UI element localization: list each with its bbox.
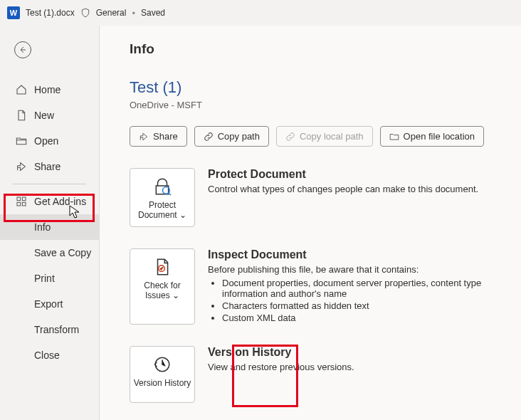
home-icon xyxy=(16,84,27,95)
word-logo: W xyxy=(7,6,20,19)
svg-rect-0 xyxy=(17,197,21,201)
folder-icon xyxy=(389,132,399,142)
action-row: Share Copy path Copy local path Open fil… xyxy=(130,126,521,147)
block-desc: Before publishing this file, be aware th… xyxy=(208,264,514,275)
block-desc: Control what types of changes people can… xyxy=(208,184,478,194)
back-button[interactable] xyxy=(14,41,31,58)
arrow-left-icon xyxy=(19,46,27,54)
sidebar-item-label: Open xyxy=(34,135,58,147)
svg-rect-1 xyxy=(22,197,26,201)
copy-path-button[interactable]: Copy path xyxy=(194,126,269,147)
block-desc: View and restore previous versions. xyxy=(208,362,354,372)
sidebar-item-label: Save a Copy xyxy=(34,247,91,258)
sidebar-separator xyxy=(13,184,86,184)
sidebar-item-label: Export xyxy=(34,298,63,310)
sidebar-item-new[interactable]: New xyxy=(0,103,99,128)
sidebar-item-addins[interactable]: Get Add-ins xyxy=(0,189,99,214)
tile-label: Protect Document xyxy=(138,200,177,220)
svg-rect-2 xyxy=(17,202,21,206)
sidebar-item-open[interactable]: Open xyxy=(0,128,99,154)
titlebar-sensitivity: General xyxy=(96,8,127,18)
sidebar-item-close[interactable]: Close xyxy=(0,342,99,368)
copy-local-path-button: Copy local path xyxy=(276,126,373,147)
inspect-list: Document properties, document server pro… xyxy=(222,278,521,323)
shield-icon xyxy=(80,8,90,18)
share-icon xyxy=(139,132,149,142)
link-icon xyxy=(285,132,295,142)
sidebar-item-label: Share xyxy=(34,161,60,172)
share-icon xyxy=(16,161,27,172)
page-title: Info xyxy=(130,41,521,57)
svg-rect-3 xyxy=(22,202,26,206)
share-button[interactable]: Share xyxy=(130,126,187,147)
doc-location: OneDrive - MSFT xyxy=(130,100,521,110)
info-pane: Info Test (1) OneDrive - MSFT Share Copy… xyxy=(100,26,521,420)
sidebar-item-label: New xyxy=(34,110,54,121)
chevron-down-icon: ⌄ xyxy=(177,210,186,220)
folder-open-icon xyxy=(16,135,27,147)
tile-label: Version History xyxy=(134,378,191,388)
link-icon xyxy=(204,132,214,142)
history-icon xyxy=(153,354,172,375)
titlebar-sep: • xyxy=(132,8,135,19)
sidebar-item-saveacopy[interactable]: Save a Copy xyxy=(0,240,99,266)
sidebar-item-home[interactable]: Home xyxy=(0,77,99,103)
version-history-tile[interactable]: Version History xyxy=(130,346,195,403)
lock-icon xyxy=(153,176,172,197)
open-file-location-button[interactable]: Open file location xyxy=(380,126,484,147)
check-for-issues-tile[interactable]: Check for Issues ⌄ xyxy=(130,248,195,325)
protect-document-tile[interactable]: Protect Document ⌄ xyxy=(130,168,195,227)
sidebar-item-label: Get Add-ins xyxy=(34,196,86,207)
sidebar-item-share[interactable]: Share xyxy=(0,154,99,179)
sidebar-item-label: Home xyxy=(34,84,60,95)
sidebar-item-label: Print xyxy=(34,273,55,284)
button-label: Copy local path xyxy=(300,131,364,142)
inspect-icon xyxy=(153,256,172,278)
sidebar-item-export[interactable]: Export xyxy=(0,291,99,317)
button-label: Open file location xyxy=(404,131,475,142)
block-heading: Protect Document xyxy=(208,168,478,181)
version-history-block: Version History Version History View and… xyxy=(130,346,521,403)
titlebar: W Test (1).docx General • Saved xyxy=(0,0,521,26)
chevron-down-icon: ⌄ xyxy=(170,290,179,300)
list-item: Characters formatted as hidden text xyxy=(222,300,521,311)
doc-title: Test (1) xyxy=(130,78,521,97)
sidebar-item-label: Close xyxy=(34,350,60,361)
sidebar-item-label: Transform xyxy=(34,324,79,335)
backstage-sidebar: Home New Open Share Get Add-ins Info Sav… xyxy=(0,26,100,420)
protect-document-block: Protect Document ⌄ Protect Document Cont… xyxy=(130,168,521,227)
sidebar-item-transform[interactable]: Transform xyxy=(0,317,99,342)
sidebar-item-print[interactable]: Print xyxy=(0,266,99,291)
titlebar-filename: Test (1).docx xyxy=(26,8,75,18)
sidebar-item-label: Info xyxy=(34,221,51,233)
inspect-document-block: Check for Issues ⌄ Inspect Document Befo… xyxy=(130,248,521,325)
addins-icon xyxy=(16,196,27,207)
titlebar-saved: Saved xyxy=(141,8,165,18)
button-label: Share xyxy=(153,131,178,142)
document-icon xyxy=(16,110,27,121)
button-label: Copy path xyxy=(218,131,260,142)
list-item: Document properties, document server pro… xyxy=(222,278,521,299)
list-item: Custom XML data xyxy=(222,313,521,323)
sidebar-item-info[interactable]: Info xyxy=(0,214,99,240)
block-heading: Version History xyxy=(208,346,354,359)
block-heading: Inspect Document xyxy=(208,248,521,261)
